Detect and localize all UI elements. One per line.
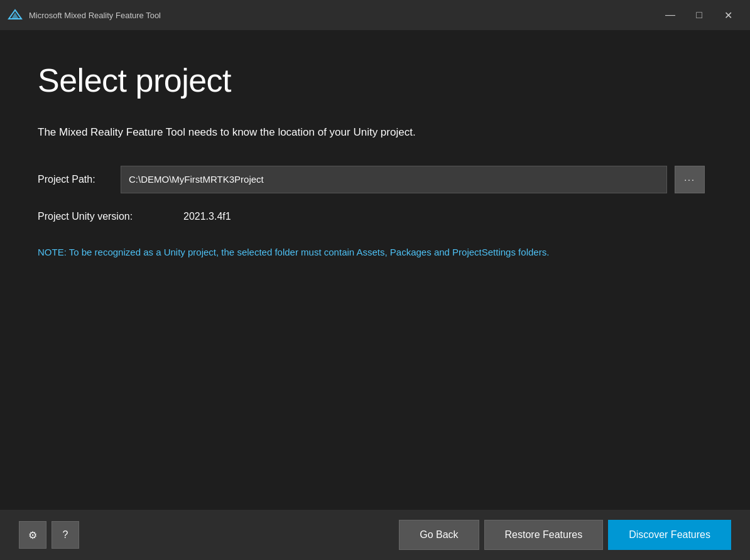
settings-button[interactable]: ⚙ (19, 521, 46, 549)
footer-right: Go Back Restore Features Discover Featur… (399, 520, 731, 550)
browse-button[interactable]: ··· (675, 166, 705, 193)
note-text: NOTE: To be recognized as a Unity projec… (38, 245, 697, 260)
maximize-button[interactable]: □ (685, 5, 714, 25)
footer-left: ⚙ ? (19, 521, 79, 549)
title-bar-left: Microsoft Mixed Reality Feature Tool (8, 8, 161, 23)
minimize-button[interactable]: — (656, 5, 685, 25)
unity-version-row: Project Unity version: 2021.3.4f1 (38, 211, 712, 222)
project-path-label: Project Path: (38, 174, 113, 185)
help-button[interactable]: ? (52, 521, 79, 549)
window-controls: — □ ✕ (656, 5, 742, 25)
unity-version-label: Project Unity version: (38, 211, 176, 222)
close-button[interactable]: ✕ (714, 5, 742, 25)
app-title: Microsoft Mixed Reality Feature Tool (29, 11, 161, 20)
project-path-row: Project Path: ··· (38, 166, 712, 193)
page-description: The Mixed Reality Feature Tool needs to … (38, 124, 712, 141)
app-icon (8, 8, 23, 23)
go-back-button[interactable]: Go Back (399, 520, 479, 550)
footer: ⚙ ? Go Back Restore Features Discover Fe… (0, 510, 750, 560)
page-title: Select project (38, 62, 712, 99)
unity-version-value: 2021.3.4f1 (183, 211, 231, 222)
discover-features-button[interactable]: Discover Features (608, 520, 731, 550)
main-content: Select project The Mixed Reality Feature… (0, 30, 750, 260)
title-bar: Microsoft Mixed Reality Feature Tool — □… (0, 0, 750, 30)
restore-features-button[interactable]: Restore Features (484, 520, 604, 550)
project-path-input[interactable] (121, 166, 667, 193)
